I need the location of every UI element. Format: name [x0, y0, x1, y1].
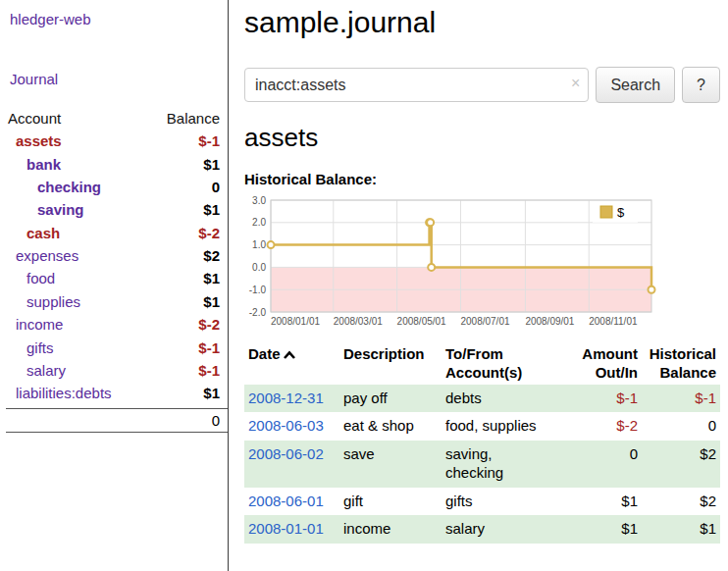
- svg-text:2008/11/01: 2008/11/01: [589, 316, 638, 327]
- account-balance: $-2: [198, 225, 220, 241]
- hledger-web-app: hledger-web Journal Account Balance asse…: [0, 0, 728, 571]
- svg-text:2008/01/01: 2008/01/01: [271, 316, 320, 327]
- transaction-accounts: salary: [442, 515, 567, 544]
- account-link[interactable]: liabilities:debts: [0, 385, 112, 401]
- account-row: saving $1: [0, 198, 228, 221]
- svg-text:1.0: 1.0: [252, 239, 266, 250]
- account-link[interactable]: supplies: [0, 293, 80, 310]
- transaction-accounts: gifts: [442, 488, 567, 516]
- accounts-column-label: Account: [8, 110, 61, 127]
- account-link[interactable]: bank: [0, 156, 61, 173]
- transaction-date-cell: 2008-01-01: [244, 515, 339, 544]
- transaction-row: 2008-06-01 gift gifts $1 $2: [244, 488, 720, 516]
- accounts-column-header: To/From Account(s): [442, 343, 567, 385]
- transaction-description: income: [339, 515, 442, 544]
- brand-link[interactable]: hledger-web: [10, 11, 228, 27]
- svg-text:2008/05/01: 2008/05/01: [397, 316, 446, 327]
- accounts-total-row: 0: [6, 408, 228, 433]
- account-row: bank $1: [0, 152, 228, 175]
- page-title: sample.journal: [244, 6, 720, 39]
- account-balance: $1: [203, 385, 220, 401]
- register-header-row: Date Description To/From Account(s) Amou…: [244, 343, 720, 385]
- search-box: ×: [244, 68, 589, 102]
- account-row: assets $-1: [0, 130, 228, 152]
- sidebar-item-journal[interactable]: Journal: [10, 71, 228, 87]
- account-row: salary $-1: [0, 359, 228, 382]
- transaction-amount: $-1: [567, 385, 642, 413]
- account-balance: 0: [212, 179, 220, 195]
- sidebar: hledger-web Journal Account Balance asse…: [0, 0, 229, 571]
- account-link[interactable]: salary: [0, 362, 66, 379]
- account-link[interactable]: cash: [0, 225, 60, 241]
- transaction-accounts: debts: [442, 385, 567, 413]
- historical-balance-chart: 3.02.01.00.0-1.0-2.02008/01/012008/03/01…: [244, 195, 696, 328]
- transaction-balance: $1: [642, 515, 720, 544]
- account-balance: $-1: [198, 132, 220, 149]
- account-balance: $1: [203, 270, 220, 286]
- transaction-date-cell: 2008-06-03: [244, 412, 339, 441]
- transaction-date-cell: 2008-06-01: [244, 488, 339, 516]
- transaction-balance: $2: [642, 441, 720, 488]
- accounts-header-row: Account Balance: [0, 107, 228, 130]
- account-balance: $2: [203, 247, 220, 264]
- account-link[interactable]: gifts: [0, 339, 54, 356]
- transaction-date-link[interactable]: 2008-06-01: [248, 493, 324, 509]
- svg-text:2008/07/01: 2008/07/01: [460, 316, 509, 327]
- account-balance: $-2: [198, 316, 220, 333]
- transaction-date-cell: 2008-12-31: [244, 385, 339, 413]
- transaction-amount: $1: [567, 515, 642, 544]
- transaction-row: 2008-06-02 save saving, checking 0 $2: [244, 441, 720, 488]
- transaction-row: 2008-01-01 income salary $1 $1: [244, 515, 720, 544]
- search-bar: × Search ?: [244, 67, 720, 103]
- transaction-amount: 0: [567, 441, 642, 488]
- svg-text:$: $: [617, 205, 625, 220]
- account-link[interactable]: assets: [0, 132, 62, 149]
- transaction-date-link[interactable]: 2008-06-03: [248, 417, 324, 434]
- transaction-accounts: saving, checking: [442, 441, 567, 488]
- svg-text:0.0: 0.0: [252, 262, 266, 273]
- account-link[interactable]: expenses: [0, 247, 78, 264]
- transaction-date-link[interactable]: 2008-12-31: [248, 389, 324, 406]
- date-column-header[interactable]: Date: [244, 343, 339, 385]
- clear-search-icon[interactable]: ×: [571, 76, 580, 91]
- main-content: sample.journal × Search ? assets Histori…: [229, 0, 728, 571]
- register-table: Date Description To/From Account(s) Amou…: [244, 343, 720, 544]
- transaction-balance: 0: [642, 412, 720, 441]
- account-row: food $1: [0, 267, 228, 289]
- amount-column-header: Amount Out/In: [567, 343, 642, 385]
- account-row: gifts $-1: [0, 336, 228, 358]
- transaction-date-link[interactable]: 2008-06-02: [248, 445, 324, 462]
- account-link[interactable]: saving: [0, 201, 84, 218]
- chart-title: Historical Balance:: [244, 171, 720, 187]
- description-column-header: Description: [339, 343, 442, 385]
- transaction-date-link[interactable]: 2008-01-01: [248, 520, 324, 537]
- account-link[interactable]: income: [0, 316, 63, 333]
- search-button[interactable]: Search: [596, 67, 675, 103]
- account-balance: $1: [203, 156, 220, 173]
- transaction-description: save: [339, 441, 442, 488]
- accounts-tree: assets $-1 bank $1 checking 0 saving $1 …: [0, 130, 228, 405]
- account-balance: $1: [203, 201, 220, 218]
- account-balance: $-1: [198, 339, 220, 356]
- account-balance: $1: [203, 293, 220, 310]
- account-row: cash $-2: [0, 222, 228, 244]
- account-row: checking 0: [0, 176, 228, 198]
- account-row: liabilities:debts $1: [0, 382, 228, 404]
- search-input[interactable]: [244, 68, 589, 102]
- svg-text:2008/03/01: 2008/03/01: [334, 316, 383, 327]
- transaction-balance: $-1: [642, 385, 720, 413]
- account-heading: assets: [244, 123, 720, 153]
- transaction-description: pay off: [339, 385, 442, 413]
- transaction-description: eat & shop: [339, 412, 442, 441]
- account-balance: $-1: [198, 362, 220, 379]
- account-link[interactable]: food: [0, 270, 55, 286]
- sort-ascending-icon: [283, 350, 296, 360]
- transaction-description: gift: [339, 488, 442, 516]
- help-button[interactable]: ?: [682, 67, 720, 103]
- balance-column-header: Historical Balance: [642, 343, 720, 385]
- transaction-balance: $2: [642, 488, 720, 516]
- svg-text:2.0: 2.0: [252, 217, 266, 228]
- transaction-row: 2008-12-31 pay off debts $-1 $-1: [244, 385, 720, 413]
- transaction-date-cell: 2008-06-02: [244, 441, 339, 488]
- account-link[interactable]: checking: [0, 179, 101, 195]
